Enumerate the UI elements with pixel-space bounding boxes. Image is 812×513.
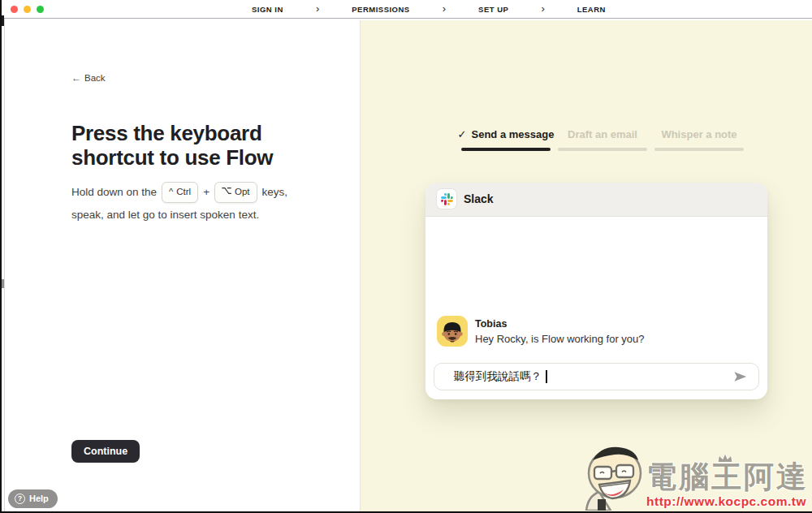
step-learn: LEARN: [577, 5, 606, 14]
continue-button[interactable]: Continue: [71, 440, 140, 463]
watermark-text: 電腦王阿達 http://www.kocpc.com.tw: [646, 462, 809, 511]
tab-indicator: [558, 148, 647, 152]
back-arrow-icon: ←: [71, 72, 81, 84]
title-bar: SIGN IN › PERMISSIONS › SET UP › LEARN: [0, 0, 812, 19]
help-label: Help: [29, 494, 49, 503]
window-left-border: [0, 0, 2, 513]
instruction-suffix: keys,: [262, 184, 288, 200]
tab-whisper-a-note[interactable]: Whisper a note: [654, 128, 744, 152]
step-permissions: PERMISSIONS: [352, 5, 410, 14]
instruction-panel: ← Back Press the keyboard shortcut to us…: [2, 20, 360, 511]
chevron-right-icon: ›: [443, 2, 446, 15]
tab-draft-an-email[interactable]: Draft an email: [558, 128, 647, 152]
page-title: Press the keyboard shortcut to use Flow: [71, 121, 273, 170]
control-icon: ^: [169, 184, 173, 200]
demo-panel: ✓ Send a message Draft an email Whisper …: [360, 20, 812, 511]
watermark-title: 電腦王阿達: [646, 462, 809, 494]
back-link[interactable]: ← Back: [71, 72, 106, 84]
tab-send-a-message-label: Send a message: [472, 128, 555, 140]
tab-send-a-message[interactable]: ✓ Send a message: [461, 128, 551, 152]
page-title-line1: Press the keyboard: [71, 121, 262, 145]
slack-logo-icon: [437, 189, 456, 209]
mascot-icon: [581, 442, 645, 511]
slack-card-title: Slack: [464, 192, 494, 205]
question-mark-icon: ?: [15, 494, 25, 504]
chat-message: Tobias Hey Rocky, is Flow working for yo…: [437, 316, 645, 347]
step-sign-in: SIGN IN: [252, 5, 283, 14]
instruction-line2: speak, and let go to insert spoken text.: [71, 207, 307, 222]
close-window-button[interactable]: [11, 6, 18, 13]
tab-indicator-active: [461, 148, 551, 152]
message-input-value: 聽得到我說話嗎？: [454, 369, 542, 384]
left-divider-line: [4, 19, 5, 513]
tobias-avatar: [437, 316, 468, 347]
instruction-prefix: Hold down on the: [71, 184, 157, 200]
back-label: Back: [84, 73, 106, 83]
chevron-right-icon: ›: [316, 2, 319, 15]
slack-card-header: Slack: [425, 183, 767, 217]
text-cursor: [546, 370, 547, 383]
chat-message-body: Tobias Hey Rocky, is Flow working for yo…: [475, 316, 645, 347]
message-author: Tobias: [475, 318, 645, 330]
help-button[interactable]: ? Help: [8, 489, 58, 508]
page-title-line2: shortcut to use Flow: [71, 145, 273, 170]
demo-tabs: ✓ Send a message Draft an email Whisper …: [461, 128, 744, 152]
tab-whisper-a-note-label: Whisper a note: [661, 128, 736, 140]
message-input[interactable]: 聽得到我說話嗎？: [434, 363, 759, 390]
step-set-up: SET UP: [478, 5, 508, 14]
zoom-window-button[interactable]: [37, 6, 44, 13]
plus-sign: +: [203, 184, 209, 200]
slack-demo-card: Slack: [425, 183, 767, 399]
ctrl-key-label: Ctrl: [176, 184, 191, 200]
left-scrollbar-thumb[interactable]: [2, 15, 4, 26]
minimize-window-button[interactable]: [24, 6, 31, 13]
tab-indicator: [654, 148, 744, 152]
option-icon: [222, 184, 231, 200]
flow-onboarding-window: SIGN IN › PERMISSIONS › SET UP › LEARN ←…: [0, 0, 812, 513]
send-icon: [733, 371, 747, 382]
kocpc-watermark: 電腦王阿達 http://www.kocpc.com.tw: [581, 442, 809, 511]
ctrl-keycap: ^ Ctrl: [162, 182, 198, 203]
left-scrollbar-mark: [2, 279, 4, 288]
opt-key-label: Opt: [235, 184, 250, 200]
setup-stepper: SIGN IN › PERMISSIONS › SET UP › LEARN: [252, 0, 606, 18]
option-keycap: Opt: [214, 182, 257, 203]
check-icon: ✓: [458, 128, 467, 140]
instruction-text: Hold down on the ^ Ctrl + Opt keys, spea…: [71, 182, 307, 222]
message-text: Hey Rocky, is Flow working for you?: [475, 333, 645, 345]
tab-draft-an-email-label: Draft an email: [568, 128, 637, 140]
crown-icon: [716, 452, 734, 463]
chevron-right-icon: ›: [541, 2, 544, 15]
watermark-url: http://www.kocpc.com.tw: [646, 494, 809, 509]
send-button[interactable]: [733, 371, 747, 382]
traffic-lights: [11, 6, 44, 13]
